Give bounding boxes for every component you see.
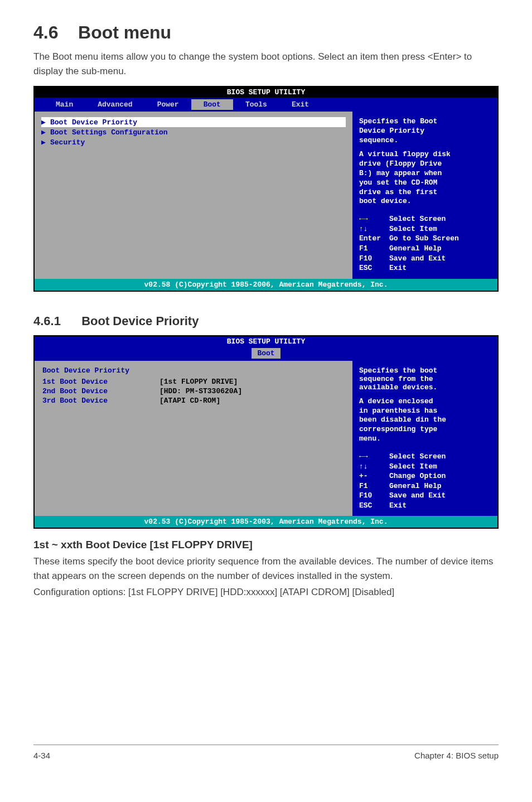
key-desc: Save and Exit [389,491,446,501]
third-boot-device-row[interactable]: 3rd Boot Device [ATAPI CD-ROM] [42,396,345,405]
help-line: available devices. [359,383,491,392]
arrows-ud-icon: ↑↓ [359,224,389,234]
second-boot-device-row[interactable]: 2nd Boot Device [HDD: PM-ST330620A] [42,386,345,396]
help-line: been disable din the [359,416,491,425]
bios-help-pane: Specifies the Boot Device Priority seque… [352,112,497,279]
bios-screenshot-1: BIOS SETUP UTILITY Main Advanced Power B… [33,86,499,292]
key-desc: Select Screen [389,452,446,462]
help-line: A device enclosed [359,397,491,407]
key-label: +- [359,471,389,481]
key-desc: Select Item [389,462,437,472]
key-label: F10 [359,254,389,264]
row-label: 2nd Boot Device [42,387,159,395]
config-options: Configuration options: [1st FLOPPY DRIVE… [33,585,499,600]
boot-settings-configuration-item[interactable]: ▶ Boot Settings Configuration [41,127,346,137]
arrows-lr-icon: ←→ [359,214,389,224]
menu-tools[interactable]: Tools [233,99,279,110]
subsection-title: Boot Device Priority [81,314,199,328]
chapter-label: Chapter 4: BIOS setup [414,751,499,760]
help-line: drive (Floppy Drive [359,160,491,169]
subsection-heading: 4.6.1 Boot Device Priority [33,314,499,328]
subsection-number: 4.6.1 [33,314,78,328]
key-desc: Save and Exit [389,254,446,264]
menu-boot[interactable]: Boot [252,348,280,359]
help-line: in parenthesis has [359,407,491,416]
arrows-ud-icon: ↑↓ [359,462,389,472]
help-line: you set the CD-ROM [359,178,491,188]
key-desc: Select Item [389,224,437,234]
help-line: sequence from the [359,375,491,383]
paragraph: These items specify the boot device prio… [33,554,499,583]
page-footer: 4-34 Chapter 4: BIOS setup [33,745,499,760]
help-line: Device Priority [359,127,491,135]
section-heading: 4.6 Boot menu [33,22,499,43]
row-label: 1st Boot Device [42,378,159,386]
page-number: 4-34 [33,751,50,760]
section-number: 4.6 [33,22,58,42]
section-title: Boot menu [78,22,171,42]
key-desc: Go to Sub Screen [389,234,459,244]
key-desc: Select Screen [389,214,446,224]
key-desc: General Help [389,481,442,491]
menu-boot[interactable]: Boot [191,99,233,110]
key-label: Enter [359,234,389,244]
help-line: menu. [359,434,491,444]
bios-left-pane: Boot Device Priority 1st Boot Device [1s… [35,361,352,516]
menu-main[interactable]: Main [43,99,85,110]
help-line: A virtual floppy disk [359,150,491,160]
item-label: Security [50,138,85,147]
key-label: ESC [359,501,389,511]
submenu-arrow-icon: ▶ [41,118,50,127]
help-line: drive as the first [359,188,491,197]
help-line: Specifies the boot [359,366,491,375]
security-item[interactable]: ▶ Security [41,137,346,147]
arrows-lr-icon: ←→ [359,452,389,462]
key-desc: General Help [389,244,442,254]
row-value: [1st FLOPPY DRIVE] [159,378,238,386]
submenu-arrow-icon: ▶ [41,128,50,137]
list-title: Boot Device Priority [42,366,345,375]
bios-help-pane: Specifies the boot sequence from the ava… [352,361,497,516]
key-desc: Exit [389,263,407,273]
item-label: Boot Device Priority [50,118,137,127]
intro-text: The Boot menu items allow you to change … [33,50,499,78]
bios-footer: v02.58 (C)Copyright 1985-2006, American … [35,279,497,291]
help-line: sequence. [359,136,491,144]
row-label: 3rd Boot Device [42,397,159,405]
bios-left-pane: ▶ Boot Device Priority ▶ Boot Settings C… [35,112,352,279]
menu-exit[interactable]: Exit [279,99,321,110]
first-boot-device-row[interactable]: 1st Boot Device [1st FLOPPY DRIVE] [42,377,345,386]
bios-screenshot-2: BIOS SETUP UTILITY Boot Boot Device Prio… [33,335,499,529]
key-desc: Exit [389,501,407,511]
submenu-arrow-icon: ▶ [41,138,50,147]
row-value: [ATAPI CD-ROM] [159,397,220,405]
option-heading: 1st ~ xxth Boot Device [1st FLOPPY DRIVE… [33,539,499,551]
bios-menu-bar: Boot [35,347,497,361]
item-label: Boot Settings Configuration [50,128,168,137]
bios-menu-bar: Main Advanced Power Boot Tools Exit [35,98,497,112]
help-line: Specifies the Boot [359,117,491,125]
key-label: F10 [359,491,389,501]
help-line: corresponding type [359,425,491,434]
bios-header: BIOS SETUP UTILITY [35,87,497,98]
help-line: B:) may appear when [359,169,491,178]
key-label: F1 [359,244,389,254]
menu-advanced[interactable]: Advanced [85,99,144,110]
bios-header: BIOS SETUP UTILITY [35,336,497,347]
boot-device-priority-item[interactable]: ▶ Boot Device Priority [41,117,346,127]
row-value: [HDD: PM-ST330620A] [159,387,242,395]
bios-footer: v02.53 (C)Copyright 1985-2003, American … [35,516,497,528]
key-label: F1 [359,481,389,491]
key-desc: Change Option [389,471,446,481]
menu-power[interactable]: Power [145,99,191,110]
key-label: ESC [359,263,389,273]
help-line: boot device. [359,197,491,206]
